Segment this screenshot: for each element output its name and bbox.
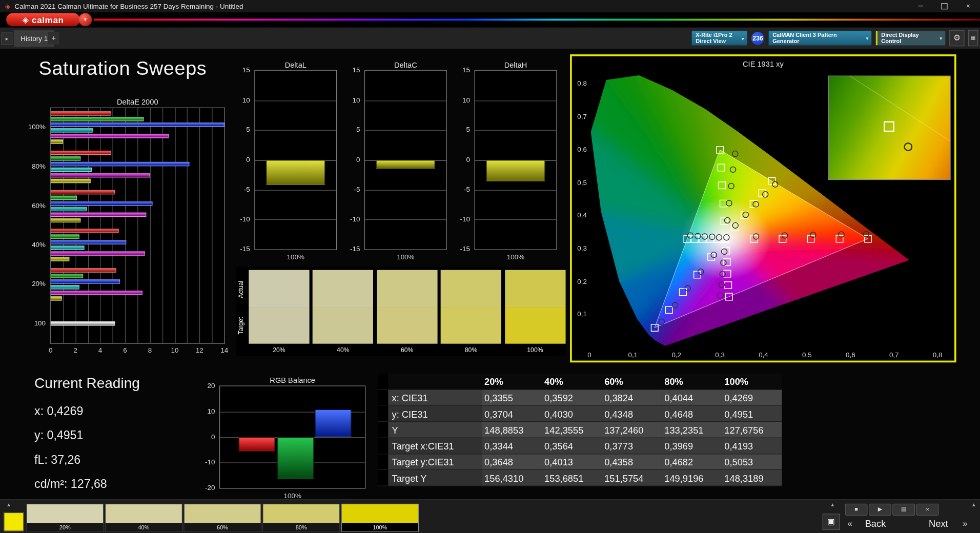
rgb-balance-chart: RGB Balance-20-1001020100% bbox=[219, 385, 365, 488]
save-button[interactable]: ▤ bbox=[892, 504, 915, 516]
layout-options-button[interactable]: ▦ bbox=[968, 30, 978, 47]
maximize-icon bbox=[941, 3, 947, 9]
collapse-up-icon[interactable]: ▲ bbox=[826, 502, 839, 507]
close-button[interactable]: × bbox=[956, 0, 980, 12]
column-header-cell: 40% bbox=[542, 374, 602, 389]
patch-button-20%[interactable]: 20% bbox=[26, 504, 104, 532]
value-cell bbox=[378, 422, 389, 438]
current-patch-swatch bbox=[4, 512, 24, 531]
column-header-cell: 60% bbox=[602, 374, 662, 389]
bar bbox=[267, 160, 325, 185]
patch-button-60%[interactable]: 60% bbox=[184, 504, 261, 532]
gridline bbox=[255, 100, 337, 101]
pattern-generator-button[interactable]: CalMAN Client 3 Pattern Generator ▼ bbox=[768, 31, 872, 46]
table-row: Target Y156,4310153,6851151,5754149,9196… bbox=[378, 470, 782, 486]
patch-button-40%[interactable]: 40% bbox=[105, 504, 182, 532]
window-title: Calman 2021 Calman Ultimate for Business… bbox=[15, 3, 243, 10]
gridline bbox=[475, 219, 557, 220]
y-tick-label: 15 bbox=[242, 66, 250, 74]
y-tick-label: 0,4 bbox=[572, 211, 587, 219]
actual-swatch bbox=[441, 270, 501, 308]
loop-button[interactable]: ∞ bbox=[916, 504, 939, 516]
y-tick-label: 10 bbox=[208, 407, 215, 415]
gridline bbox=[365, 219, 446, 220]
add-tab-button[interactable]: + bbox=[48, 32, 59, 44]
y-tick-label: 15 bbox=[462, 66, 470, 74]
bar bbox=[51, 139, 63, 144]
cie-1931-panel: CIE 1931 xy 00,10,20,30,40,50,60,70,80,1… bbox=[570, 54, 956, 362]
value-cell bbox=[378, 470, 389, 486]
x-tick-label: 0,6 bbox=[842, 351, 859, 359]
next-button[interactable]: Next bbox=[929, 518, 948, 529]
patch-button-80%[interactable]: 80% bbox=[262, 504, 340, 532]
actual-target-swatch-panel: ActualTarget20%40%60%80%100% bbox=[236, 267, 566, 356]
stop-button[interactable]: ■ bbox=[845, 504, 868, 516]
minimize-button[interactable]: ─ bbox=[909, 0, 932, 12]
value-cell: 0,3969 bbox=[662, 438, 722, 454]
y-tick-label: 0,3 bbox=[572, 244, 587, 252]
bar bbox=[277, 437, 314, 479]
collapse-up-icon[interactable]: ▲ bbox=[3, 502, 15, 507]
value-cell: 0,3648 bbox=[482, 454, 542, 470]
value-cell: 0,4348 bbox=[602, 406, 662, 422]
swatch-label: 20% bbox=[249, 346, 309, 353]
y-category-label: 80% bbox=[32, 162, 46, 170]
settings-gear-button[interactable]: ⚙ bbox=[949, 30, 964, 47]
value-cell: 0,3773 bbox=[602, 438, 662, 454]
cie-diagram bbox=[589, 68, 937, 347]
chart-title: DeltaE 2000 bbox=[51, 97, 224, 106]
deltah-chart: DeltaH-15-10-5051015100% bbox=[475, 70, 557, 250]
y-tick-label: 0 bbox=[466, 156, 470, 163]
y-tick-label: 10 bbox=[352, 96, 360, 104]
x-axis-label: 100% bbox=[255, 253, 337, 261]
y-category-label: 40% bbox=[32, 241, 46, 249]
value-cell: 0,3355 bbox=[482, 390, 542, 406]
gridline bbox=[475, 130, 557, 131]
value-cell: 0,3564 bbox=[542, 438, 602, 454]
deltal-chart: DeltaL-15-10-5051015100% bbox=[254, 70, 337, 250]
gridline bbox=[255, 219, 337, 220]
y-tick-label: -15 bbox=[240, 245, 250, 253]
value-cell: 0,3824 bbox=[602, 390, 662, 406]
chevron-down-icon: ▼ bbox=[741, 36, 745, 43]
meter-device-button[interactable]: X-Rite i1Pro 2 Direct View ▼ bbox=[691, 31, 748, 46]
calman-logo[interactable]: ◈ calman bbox=[6, 13, 80, 27]
column-header-cell: 20% bbox=[482, 374, 542, 389]
maximize-button[interactable] bbox=[932, 0, 956, 12]
collapse-up-icon[interactable]: ▲ bbox=[968, 502, 980, 507]
display-control-button[interactable]: Direct Display Control ▼ bbox=[875, 31, 946, 46]
y-tick-label: 10 bbox=[462, 96, 470, 104]
table-row: y: CIE310,37040,40300,43480,46480,4951 bbox=[378, 406, 782, 422]
y-tick-label: -5 bbox=[464, 186, 470, 193]
value-cell: 0,4358 bbox=[602, 454, 662, 470]
gridline bbox=[150, 108, 151, 343]
chart-title: DeltaH bbox=[475, 60, 557, 69]
bar bbox=[51, 173, 150, 178]
value-cell: 133,2351 bbox=[662, 422, 722, 438]
y-tick-label: 0,8 bbox=[572, 79, 587, 87]
next-chevrons-icon[interactable]: » bbox=[963, 518, 968, 528]
value-cell: 127,6756 bbox=[722, 422, 782, 438]
bar bbox=[51, 212, 146, 217]
y-tick-label: 0 bbox=[356, 156, 360, 163]
actual-swatch bbox=[377, 270, 437, 308]
patch-button-100%[interactable]: 100% bbox=[341, 504, 419, 532]
back-chevrons-icon[interactable]: « bbox=[848, 518, 853, 528]
column-header-cell: 80% bbox=[662, 374, 722, 389]
display-control-label: Direct Display Control bbox=[881, 32, 935, 44]
layout-window-button[interactable]: ▣ bbox=[823, 514, 840, 530]
value-cell: 0,4193 bbox=[722, 438, 782, 454]
value-cell bbox=[378, 406, 389, 422]
x-axis-label: 100% bbox=[365, 253, 446, 261]
app-icon: ◈ bbox=[5, 2, 10, 10]
main-menu-dropdown-button[interactable]: ▾ bbox=[79, 13, 92, 27]
bar bbox=[51, 162, 190, 167]
measurement-count-badge[interactable]: 236 bbox=[751, 32, 765, 45]
play-button[interactable]: ▶ bbox=[869, 504, 891, 516]
bar bbox=[51, 128, 93, 133]
target-axis-label: Target bbox=[237, 308, 246, 343]
y-tick-label: 5 bbox=[356, 126, 360, 133]
back-button[interactable]: Back bbox=[865, 518, 886, 529]
tab-scroll-button[interactable]: ▸ bbox=[1, 32, 12, 45]
value-cell: 153,6851 bbox=[542, 470, 602, 486]
